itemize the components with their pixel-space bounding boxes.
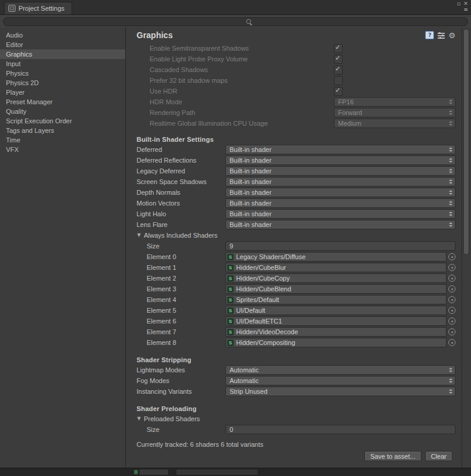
shader-icon: S (227, 254, 234, 260)
setting-row: Depth Normals Built-in shader (137, 187, 455, 198)
search-input[interactable] (4, 18, 467, 26)
dropdown[interactable]: Medium (334, 119, 455, 128)
setting-label: Deferred (137, 146, 225, 153)
object-picker-icon[interactable] (448, 296, 455, 303)
window-tab[interactable]: Project Settings (4, 2, 72, 14)
setting-row: Motion Vectors Built-in shader (137, 198, 455, 209)
dropdown[interactable]: Built-in shader (225, 177, 455, 186)
dropdown[interactable]: Automatic (225, 365, 455, 375)
setting-row: Legacy Deferred Built-in shader (137, 166, 455, 176)
shader-object-field[interactable]: S Legacy Shaders/Diffuse (225, 252, 447, 262)
sidebar-item[interactable]: Time (0, 135, 125, 145)
dropdown[interactable]: Strip Unused (225, 387, 455, 396)
object-picker-icon[interactable] (448, 339, 455, 346)
always-included-elements: Element 0 S Legacy Shaders/Diffuse Eleme… (137, 251, 455, 348)
setting-row: Realtime Global Illumination CPU Usage M… (137, 118, 455, 129)
sidebar-item[interactable]: Physics 2D (0, 78, 125, 88)
background-window-fragment (134, 470, 138, 474)
vertical-scrollbar[interactable] (461, 27, 471, 468)
element-label: Element 1 (137, 264, 225, 271)
sidebar-item-label: Editor (6, 41, 23, 48)
shader-object-field[interactable]: S Sprites/Default (225, 295, 447, 304)
button-row: Save to asset... Clear (137, 451, 455, 461)
dropdown[interactable]: Built-in shader (225, 220, 455, 229)
object-picker-icon[interactable] (448, 275, 455, 282)
help-icon[interactable]: ? (425, 31, 434, 39)
dropdown[interactable]: Built-in shader (225, 166, 455, 176)
dropdown[interactable]: Built-in shader (225, 155, 455, 165)
shader-object-field[interactable]: S UI/Default (225, 306, 447, 315)
object-picker-icon[interactable] (448, 328, 455, 335)
project-settings-window: Project Settings ▫✕ ≡ Audio (0, 0, 471, 476)
sidebar-item-label: Physics 2D (6, 79, 39, 86)
object-picker-icon[interactable] (448, 307, 455, 314)
sidebar-item[interactable]: Editor (0, 40, 125, 49)
dropdown[interactable]: Built-in shader (225, 198, 455, 208)
shader-object-field[interactable]: S Hidden/CubeCopy (225, 273, 447, 283)
settings-gear-icon[interactable]: ⚙ (448, 32, 455, 39)
sidebar-item[interactable]: Physics (0, 69, 125, 78)
setting-row: Cascaded Shadows ✓ (137, 64, 455, 75)
scrollbar-thumb[interactable] (463, 29, 469, 255)
always-included-shaders-foldout[interactable]: ▼ Always Included Shaders (137, 230, 455, 241)
dropdown-arrows-icon (448, 110, 453, 115)
dropdown[interactable]: Built-in shader (225, 145, 455, 154)
shader-object-field[interactable]: S Hidden/VideoDecode (225, 327, 447, 337)
search-box[interactable] (3, 17, 468, 26)
sidebar-item[interactable]: Script Execution Order (0, 116, 125, 126)
checkbox[interactable]: ✓ (334, 87, 343, 96)
shader-icon: S (227, 265, 234, 271)
preloaded-shaders-foldout[interactable]: ▼ Preloaded Shaders (137, 413, 455, 424)
size-field[interactable]: 9 (225, 241, 455, 251)
sidebar-item[interactable]: VFX (0, 145, 125, 154)
close-icon[interactable]: ✕ (463, 1, 468, 7)
presets-icon[interactable] (438, 32, 445, 38)
sidebar-item[interactable]: Quality (0, 107, 125, 116)
shader-object-field[interactable]: S Hidden/CubeBlend (225, 284, 447, 294)
window-menu-icon[interactable]: ≡ (463, 7, 468, 13)
setting-label: Instancing Variants (137, 388, 225, 395)
sidebar-item[interactable]: Input (0, 59, 125, 69)
dropdown-arrows-icon (448, 201, 453, 206)
dropdown[interactable]: FP16 (334, 97, 455, 107)
sidebar-item[interactable]: Graphics (0, 49, 125, 59)
dropdown[interactable]: Built-in shader (225, 188, 455, 197)
sidebar-item[interactable]: Tags and Layers (0, 126, 125, 135)
dropdown[interactable]: Built-in shader (225, 209, 455, 219)
dropdown[interactable]: Forward (334, 108, 455, 117)
dropdown[interactable]: Automatic (225, 376, 455, 385)
dropdown-value: Forward (338, 109, 362, 116)
checkbox[interactable]: ✓ (334, 55, 343, 64)
sidebar-item[interactable]: Player (0, 88, 125, 97)
sidebar-item[interactable]: Preset Manager (0, 97, 125, 107)
size-field[interactable]: 0 (225, 425, 455, 434)
setting-label: Enable Semitransparent Shadows (137, 45, 334, 52)
save-to-asset-button[interactable]: Save to asset... (364, 451, 422, 461)
dropdown-arrows-icon (448, 368, 453, 372)
shader-preloading-heading: Shader Preloading (137, 404, 455, 413)
minimize-icon[interactable]: ▫ (457, 1, 460, 7)
object-picker-icon[interactable] (448, 253, 455, 260)
object-picker-icon[interactable] (448, 285, 455, 293)
clear-button[interactable]: Clear (425, 451, 453, 461)
sidebar-item-label: Time (6, 136, 20, 144)
element-row: Element 8 S Hidden/Compositing (137, 337, 455, 348)
shader-object-field[interactable]: S UI/DefaultETC1 (225, 316, 447, 326)
shader-object-field[interactable]: S Hidden/Compositing (225, 338, 447, 347)
checkbox[interactable]: ✓ (334, 44, 343, 53)
check-icon: ✓ (335, 86, 340, 94)
shader-icon: S (227, 307, 234, 314)
window-controls: ▫✕ ≡ (454, 1, 468, 13)
sidebar-item[interactable]: Audio (0, 30, 125, 40)
element-row: Element 5 S UI/Default (137, 305, 455, 316)
shader-name: Hidden/CubeCopy (236, 275, 290, 282)
object-picker-icon[interactable] (448, 264, 455, 271)
shader-object-field[interactable]: S Hidden/CubeBlur (225, 263, 447, 272)
dropdown-arrows-icon (448, 378, 453, 383)
shader-name: Sprites/Default (236, 296, 279, 303)
checkbox[interactable]: ✓ (334, 76, 343, 85)
tier-toggle-rows: Enable Semitransparent Shadows ✓ Enable … (137, 43, 455, 97)
object-picker-icon[interactable] (448, 318, 455, 325)
element-label: Element 8 (137, 339, 225, 346)
checkbox[interactable]: ✓ (334, 66, 343, 74)
